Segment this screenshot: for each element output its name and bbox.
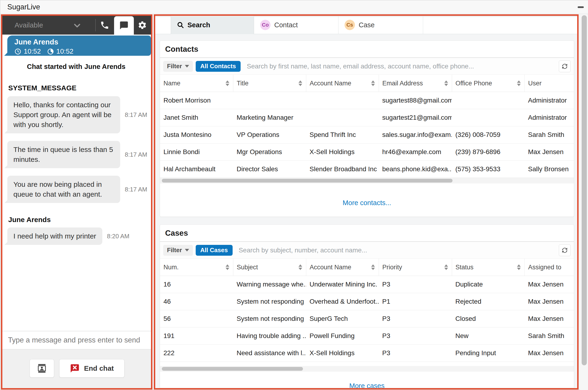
end-chat-icon: [70, 363, 80, 373]
contacts-col-phone[interactable]: Office Phone: [452, 75, 525, 92]
session-name: June Arends: [14, 38, 151, 46]
sort-icon[interactable]: [444, 264, 448, 270]
filter-label: Filter: [167, 63, 182, 70]
cases-card: Cases Filter All Cases: [160, 224, 574, 388]
duration-icon: [47, 48, 54, 55]
cases-refresh-button[interactable]: [559, 244, 571, 256]
contacts-col-user: User: [525, 75, 574, 92]
tab-contact[interactable]: Co Contact: [254, 16, 338, 34]
agent-status-dropdown[interactable]: Available: [15, 16, 43, 35]
sort-icon[interactable]: [298, 80, 302, 86]
sender-label-system: SYSTEM_MESSAGE: [8, 84, 147, 93]
contacts-col-email[interactable]: Email Address: [379, 75, 452, 92]
gear-icon[interactable]: [137, 20, 147, 30]
end-chat-button[interactable]: End chat: [59, 359, 124, 378]
refresh-icon: [561, 63, 568, 70]
chat-mode-tab[interactable]: [114, 16, 134, 35]
chat-panel: Available June Arends 10:52: [1, 14, 152, 390]
cases-col-subject[interactable]: Subject: [233, 259, 306, 276]
message-timestamp: 8:17 AM: [125, 151, 147, 158]
contacts-filter-row: Filter All Contacts: [160, 58, 574, 75]
cases-scope-pill[interactable]: All Cases: [196, 245, 233, 256]
contacts-search-input[interactable]: [247, 63, 559, 70]
sort-icon[interactable]: [226, 80, 229, 86]
sort-icon[interactable]: [371, 80, 375, 86]
contacts-col-name[interactable]: Name: [160, 75, 233, 92]
contacts-scope-pill[interactable]: All Contacts: [196, 61, 241, 72]
cases-search-input[interactable]: [239, 246, 559, 254]
filter-label: Filter: [167, 246, 182, 254]
contacts-card: Contacts Filter All Contacts: [160, 41, 574, 217]
cases-filter-button[interactable]: Filter: [163, 245, 193, 256]
tab-case-label: Case: [359, 21, 375, 29]
sort-icon[interactable]: [371, 264, 375, 270]
cases-col-account[interactable]: Account Name: [306, 259, 379, 276]
more-contacts-link[interactable]: More contacts...: [343, 199, 391, 207]
tab-search[interactable]: Search: [171, 16, 254, 34]
case-row[interactable]: 46System not respondingOverhead & Underf…: [160, 293, 574, 310]
detail-panel: Search Co Contact Cs Case Contacts: [154, 14, 579, 390]
contact-module-badge: Co: [260, 20, 271, 30]
detail-tabbar: Search Co Contact Cs Case: [155, 16, 577, 34]
filter-caret-icon: [185, 65, 189, 67]
contacts-hscroll-thumb[interactable]: [162, 179, 452, 183]
session-tab[interactable]: June Arends 10:52 10:52: [7, 36, 151, 56]
contacts-col-title[interactable]: Title: [233, 75, 306, 92]
contacts-col-account[interactable]: Account Name: [306, 75, 379, 92]
cases-col-priority[interactable]: Priority: [379, 259, 452, 276]
chat-icon: [119, 21, 129, 30]
chat-message-input[interactable]: [8, 336, 140, 344]
minimize-icon[interactable]: [578, 6, 584, 8]
sort-icon[interactable]: [517, 80, 521, 86]
cases-title: Cases: [165, 229, 188, 238]
contact-card-button[interactable]: [30, 359, 54, 378]
contacts-hscrollbar: [160, 178, 574, 184]
contact-row[interactable]: Hal ArchambeaultDirector SalesSlender Br…: [160, 161, 574, 178]
chevron-down-icon[interactable]: [73, 21, 81, 29]
more-cases-link[interactable]: More cases: [349, 382, 385, 388]
cases-filter-row: Filter All Cases: [160, 242, 574, 258]
sort-icon[interactable]: [298, 264, 302, 270]
sort-icon[interactable]: [444, 80, 448, 86]
session-wait-time: 10:52: [24, 48, 41, 55]
chat-message: I need help with my printer 8:20 AM: [5, 228, 147, 245]
contact-card-icon: [37, 363, 47, 374]
contact-row[interactable]: Linnie BondiMgr OperationsX-Sell Holding…: [160, 144, 574, 161]
cases-col-assigned: Assigned to: [525, 259, 574, 276]
cases-col-status[interactable]: Status: [452, 259, 525, 276]
cases-table: Num. Subject Account Name Priority Statu…: [160, 258, 574, 362]
sender-label-customer: June Arends: [8, 215, 147, 224]
sort-icon[interactable]: [517, 264, 521, 270]
chat-message: You are now being placed in queue to cha…: [5, 176, 147, 203]
contacts-refresh-button[interactable]: [559, 60, 571, 72]
case-row[interactable]: 191Having trouble adding ...Powell Fundi…: [160, 327, 574, 344]
contact-row[interactable]: Justa MontesinoVP OperationsSpend Thrift…: [160, 126, 574, 144]
clock-icon: [14, 48, 21, 55]
chat-message: Hello, thanks for contacting our Support…: [5, 96, 147, 133]
session-strip: June Arends 10:52 10:52: [2, 35, 151, 56]
chat-started-line: Chat started withJune Arends: [5, 62, 147, 71]
window-vscroll-thumb[interactable]: [582, 15, 587, 365]
case-row[interactable]: 16Warning message whe...Underwater Minin…: [160, 276, 574, 293]
tab-search-label: Search: [187, 21, 210, 29]
chat-message-list: Chat started withJune Arends SYSTEM_MESS…: [2, 56, 151, 331]
case-row[interactable]: 222Need assistance with l...X-Sell Holdi…: [160, 344, 574, 362]
chat-footer: End chat: [2, 349, 151, 388]
tab-case[interactable]: Cs Case: [338, 16, 423, 34]
sort-icon[interactable]: [226, 264, 229, 270]
case-row[interactable]: 56System not respondingSuperG TechP3Clos…: [160, 310, 574, 327]
contact-row[interactable]: Janet SmithMarketing Managersugartest21@…: [160, 109, 574, 126]
search-icon: [177, 21, 184, 29]
message-timestamp: 8:20 AM: [107, 233, 129, 240]
cases-col-num[interactable]: Num.: [160, 259, 233, 276]
window-titlebar: SugarLive: [0, 0, 588, 14]
phone-icon[interactable]: [100, 20, 109, 30]
refresh-icon: [561, 246, 568, 254]
sugarlive-window: SugarLive Available June Arends: [0, 0, 588, 390]
contact-row[interactable]: Robert Morrisonsugartest88@gmail.comAdmi…: [160, 92, 574, 109]
cases-hscroll-thumb[interactable]: [162, 367, 303, 371]
end-chat-label: End chat: [84, 364, 114, 372]
chat-input-row: [2, 331, 151, 349]
contacts-filter-button[interactable]: Filter: [163, 61, 193, 72]
message-bubble: Hello, thanks for contacting our Support…: [7, 96, 120, 133]
